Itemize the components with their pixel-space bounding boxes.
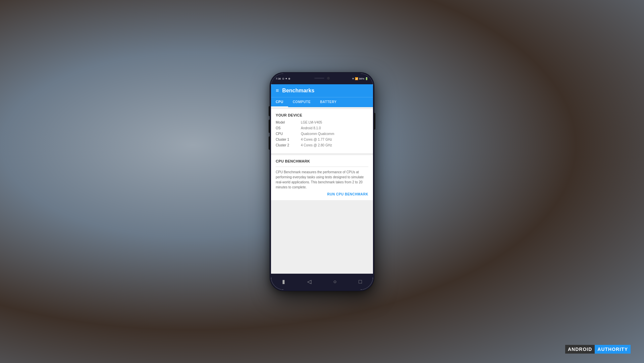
notch — [305, 74, 339, 83]
cluster2-row: Cluster 2 4 Cores @ 2.80 GHz — [276, 143, 368, 147]
sidebar-nav-icon[interactable]: ▮ — [282, 278, 285, 285]
time: 7:36 — [276, 77, 281, 80]
watermark: ANDROID AUTHORITY — [565, 345, 631, 354]
phone-wrapper: 7:36 ⊙ ✦ ⊕ ☀ 📶 98% 🔋 ≡ — [270, 73, 374, 291]
empty-space — [271, 202, 373, 236]
watermark-authority: AUTHORITY — [595, 345, 631, 354]
device-info-card: YOUR DEVICE Model LGE LM-V405 OS Android… — [271, 109, 373, 153]
divider — [276, 167, 368, 167]
cpu-value: Qualcomm Qualcomm — [301, 132, 334, 136]
notification-icons: ⊙ ✦ ⊕ — [282, 77, 290, 80]
cluster1-label: Cluster 1 — [276, 138, 301, 141]
cluster2-label: Cluster 2 — [276, 143, 301, 147]
cluster2-value: 4 Cores @ 2.80 GHz — [301, 143, 332, 147]
benchmark-description: CPU Benchmark measures the performance o… — [276, 170, 368, 190]
content-area: YOUR DEVICE Model LGE LM-V405 OS Android… — [271, 107, 373, 274]
tab-bar: CPU COMPUTE BATTERY — [271, 97, 373, 107]
cluster1-row: Cluster 1 4 Cores @ 1.77 GHz — [276, 138, 368, 141]
app-area: ≡ Benchmarks CPU COMPUTE BATTERY — [271, 84, 373, 274]
cpu-row: CPU Qualcomm Qualcomm — [276, 132, 368, 136]
wifi-icon: 📶 — [355, 77, 358, 80]
assistant-button — [269, 136, 270, 150]
status-bar: 7:36 ⊙ ✦ ⊕ ☀ 📶 98% 🔋 — [271, 74, 373, 84]
bottom-navigation: ▮ ◁ ○ □ — [271, 274, 373, 290]
tab-compute[interactable]: COMPUTE — [288, 97, 316, 107]
battery-percent: 98% — [359, 77, 364, 80]
status-right: ☀ 📶 98% 🔋 — [352, 77, 368, 80]
back-nav-icon[interactable]: ◁ — [307, 278, 311, 285]
cluster1-value: 4 Cores @ 1.77 GHz — [301, 138, 332, 141]
phone: 7:36 ⊙ ✦ ⊕ ☀ 📶 98% 🔋 ≡ — [270, 73, 374, 291]
phone-screen: 7:36 ⊙ ✦ ⊕ ☀ 📶 98% 🔋 ≡ — [271, 74, 373, 290]
toolbar: ≡ Benchmarks — [271, 84, 373, 97]
volume-down-button — [269, 120, 270, 133]
model-row: Model LGE LM-V405 — [276, 121, 368, 124]
cpu-label: CPU — [276, 132, 301, 136]
benchmark-title: CPU BENCHMARK — [276, 159, 368, 163]
speaker — [314, 78, 324, 79]
home-nav-icon[interactable]: ○ — [333, 279, 337, 285]
run-benchmark-button[interactable]: RUN CPU BENCHMARK — [276, 192, 368, 196]
status-left: 7:36 ⊙ ✦ ⊕ — [276, 77, 290, 80]
power-button — [374, 113, 375, 130]
device-section-title: YOUR DEVICE — [276, 113, 368, 117]
model-label: Model — [276, 121, 301, 124]
tab-battery[interactable]: BATTERY — [315, 97, 341, 107]
os-label: OS — [276, 126, 301, 130]
app-title: Benchmarks — [282, 88, 314, 94]
volume-up-button — [269, 106, 270, 116]
menu-icon[interactable]: ≡ — [276, 88, 279, 94]
os-value: Android 8.1.0 — [301, 126, 321, 130]
benchmark-card: CPU BENCHMARK CPU Benchmark measures the… — [271, 155, 373, 200]
screen-brightness-icon: ☀ — [352, 77, 354, 80]
recents-nav-icon[interactable]: □ — [359, 279, 362, 285]
tab-cpu[interactable]: CPU — [271, 97, 288, 107]
front-camera — [327, 77, 330, 80]
battery-icon: 🔋 — [365, 77, 368, 80]
os-row: OS Android 8.1.0 — [276, 126, 368, 130]
watermark-android: ANDROID — [565, 345, 595, 354]
model-value: LGE LM-V405 — [301, 121, 322, 124]
